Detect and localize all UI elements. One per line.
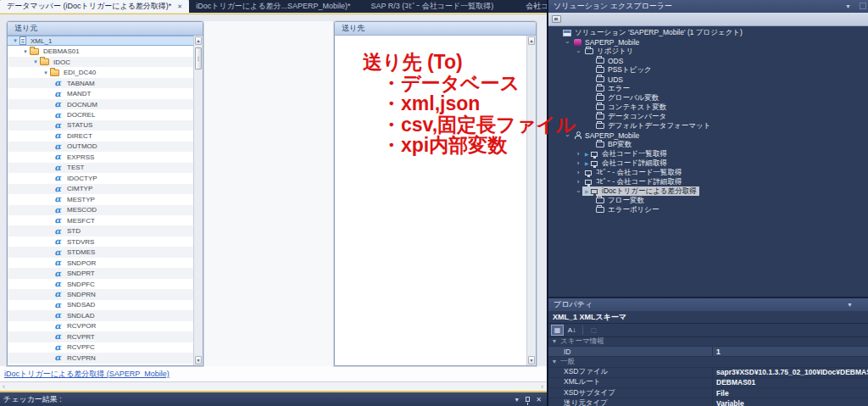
tree-item-STD[interactable]: αSTD <box>8 225 203 236</box>
solution-item-コンテキスト変数[interactable]: コンテキスト変数 <box>548 103 868 112</box>
property-value[interactable]: sapr3¥XSD¥10.1.3.75_02_100¥IDoc¥DEBMAS01… <box>712 368 868 377</box>
tab-2[interactable]: iDocトリガーによる差分...SAPERP_Mobile)* <box>189 0 357 13</box>
folder-icon <box>596 76 604 82</box>
tree-item-DOCREL[interactable]: αDOCREL <box>8 109 203 120</box>
tree-item-DIRECT[interactable]: αDIRECT <box>8 131 203 141</box>
horizontal-scrollbar[interactable]: ‹ › <box>0 381 547 391</box>
solution-item-UDS[interactable]: UDS <box>548 75 868 84</box>
tree-item-OUTMOD[interactable]: αOUTMOD <box>8 142 203 152</box>
alphabetical-sort-icon[interactable]: A↓ <box>565 325 578 336</box>
expand-arrow-icon[interactable]: › <box>574 169 582 177</box>
pin-icon[interactable] <box>526 397 530 402</box>
tree-item-RCVPRN[interactable]: αRCVPRN <box>8 353 203 363</box>
tree-item-EDI_DC40[interactable]: ▼EDI_DC40 <box>8 67 203 77</box>
tree-item-SNDPOR[interactable]: αSNDPOR <box>8 258 203 268</box>
tree-item-STDVRS[interactable]: αSTDVRS <box>8 236 203 247</box>
solution-item-エラーポリシー[interactable]: エラーポリシー <box>548 205 868 214</box>
property-row-XSDファイル[interactable]: XSDファイルsapr3¥XSD¥10.1.3.75_02_100¥IDoc¥D… <box>548 368 868 378</box>
solution-item-ODS[interactable]: ODS <box>548 56 868 65</box>
property-category-一般[interactable]: ▼一般 <box>548 357 868 367</box>
tree-item-SNDPRN[interactable]: αSNDPRN <box>8 289 203 299</box>
solution-item-iDocトリガーによる差分取得[interactable]: ›▶iDocトリガーによる差分取得 <box>548 186 868 196</box>
chevron-down-icon[interactable]: ▼ <box>845 3 851 9</box>
scroll-down-icon[interactable]: ▼ <box>195 356 202 364</box>
property-value[interactable]: 1 <box>712 347 868 356</box>
expand-arrow-icon[interactable]: › <box>574 159 582 168</box>
close-icon[interactable]: ✕ <box>177 3 182 10</box>
chevron-down-icon[interactable]: ▼ <box>847 302 853 308</box>
tree-item-MESFCT[interactable]: αMESFCT <box>8 215 203 225</box>
flow-breadcrumb-link[interactable]: iDocトリガーによる差分取得 (SAPERP_Mobile) <box>4 369 170 380</box>
expand-arrow-icon[interactable]: ▼ <box>11 38 19 43</box>
tree-item-SNDLAD[interactable]: αSNDLAD <box>8 310 203 320</box>
solution-item-SAPERP_Mobile[interactable]: ›SAPERP_Mobile <box>548 131 868 140</box>
expand-arrow-icon[interactable]: ▼ <box>31 59 40 64</box>
tree-item-SNDPFC[interactable]: αSNDPFC <box>8 279 203 289</box>
solution-item-フロー変数[interactable]: フロー変数 <box>548 196 868 205</box>
close-icon[interactable]: ✕ <box>536 396 542 403</box>
tab-overflow-icon[interactable]: ▼ <box>532 3 538 9</box>
property-row-送り元タイプ[interactable]: 送り元タイプVariable <box>548 398 868 406</box>
solution-item-デフォルトデータフォーマット[interactable]: デフォルトデータフォーマット <box>548 121 868 131</box>
property-category-スキーマ情報[interactable]: ▼スキーマ情報 <box>548 336 868 347</box>
solution-item-リポジトリ[interactable]: ›リポジトリ <box>548 47 868 56</box>
property-value[interactable]: Variable <box>712 398 868 406</box>
tree-item-IDOC[interactable]: ▼IDOC <box>8 57 203 67</box>
tree-item-IDOCTYP[interactable]: αIDOCTYP <box>8 173 203 183</box>
properties-shortcut-icon[interactable] <box>552 15 561 23</box>
tree-item-DOCNUM[interactable]: αDOCNUM <box>8 99 203 109</box>
tree-item-SNDSAD[interactable]: αSNDSAD <box>8 300 203 310</box>
tree-item-EXPRSS[interactable]: αEXPRSS <box>8 152 203 162</box>
solution-item-SAPERP_Mobile[interactable]: ›SAPERP_Mobile <box>548 37 868 47</box>
tree-item-SNDPRT[interactable]: αSNDPRT <box>8 268 203 278</box>
tree-item-TEST[interactable]: αTEST <box>8 163 203 173</box>
categorized-view-icon[interactable]: ▦ <box>551 325 564 336</box>
tree-item-MESCOD[interactable]: αMESCOD <box>8 205 203 215</box>
scroll-left-icon[interactable]: ‹ <box>3 382 5 391</box>
property-value[interactable]: File <box>712 388 868 398</box>
solution-item-エラー[interactable]: エラー <box>548 84 868 93</box>
tree-item-MANDT[interactable]: αMANDT <box>8 88 203 98</box>
property-value[interactable]: DEBMAS01 <box>712 378 868 387</box>
tree-item-STDMES[interactable]: αSTDMES <box>8 247 203 257</box>
pin-icon[interactable] <box>860 3 866 9</box>
property-row-XMLルート[interactable]: XMLルートDEBMAS01 <box>548 378 868 388</box>
tree-item-STATUS[interactable]: αSTATUS <box>8 120 203 131</box>
solution-item-会社コード一覧取得[interactable]: ›▶会社コード一覧取得 <box>548 149 868 159</box>
tree-item-CIMTYP[interactable]: αCIMTYP <box>8 184 203 194</box>
expand-arrow-icon[interactable]: ▼ <box>21 49 30 54</box>
tree-item-MESTYP[interactable]: αMESTYP <box>8 194 203 204</box>
collapse-arrow-icon[interactable]: › <box>563 38 571 47</box>
property-row-XSDサブタイプ[interactable]: XSDサブタイプFile <box>548 388 868 398</box>
expand-arrow-icon[interactable]: ▼ <box>42 70 50 75</box>
solution-item-PSSトピック[interactable]: PSSトピック <box>548 65 868 75</box>
solution-item-BP変数[interactable]: BP変数 <box>548 140 868 149</box>
chevron-down-icon[interactable]: ▼ <box>514 397 520 403</box>
tree-item-RCVPFC[interactable]: αRCVPFC <box>8 342 203 353</box>
scroll-up-icon[interactable]: ▲ <box>195 36 202 45</box>
collapse-arrow-icon[interactable]: › <box>574 187 582 196</box>
solution-item-ｺﾋﾟｰ - 会社コード詳細取得[interactable]: ›ｺﾋﾟｰ - 会社コード詳細取得 <box>548 177 868 186</box>
scroll-down-icon[interactable]: ▼ <box>528 356 535 364</box>
item-label: SAPERP_Mobile <box>585 131 639 140</box>
scroll-right-icon[interactable]: › <box>541 382 543 391</box>
tree-item-RCVPRT[interactable]: αRCVPRT <box>8 331 203 342</box>
tab-3[interactable]: SAP R/3 (ｺﾋﾟｰ 会社コード一覧取得) <box>364 0 501 13</box>
solution-item-ソリューション 'SAPERP_Mobile' (1 プロジェクト)[interactable]: ソリューション 'SAPERP_Mobile' (1 プロジェクト) <box>548 28 868 37</box>
scroll-thumb[interactable] <box>195 47 202 70</box>
solution-item-データコンバータ[interactable]: データコンバータ <box>548 112 868 121</box>
source-scrollbar[interactable]: ▲ ▼ <box>193 36 203 365</box>
collapse-arrow-icon[interactable]: ▼ <box>548 338 560 344</box>
scroll-up-icon[interactable]: ▲ <box>528 36 535 45</box>
property-row-ID[interactable]: ID1 <box>548 347 868 357</box>
expand-arrow-icon[interactable]: › <box>574 178 582 186</box>
solution-item-ｺﾋﾟｰ - 会社コード一覧取得[interactable]: ›ｺﾋﾟｰ - 会社コード一覧取得 <box>548 168 868 177</box>
tree-item-XML_1[interactable]: ▼XML_1 <box>8 36 203 46</box>
tree-item-DEBMAS01[interactable]: ▼DEBMAS01 <box>8 46 203 56</box>
collapse-arrow-icon[interactable]: ▼ <box>548 359 560 364</box>
tree-item-RCVPOR[interactable]: αRCVPOR <box>8 321 203 331</box>
tree-item-TABNAM[interactable]: αTABNAM <box>8 78 203 88</box>
tab-1[interactable]: データマッパー (iDocトリガーによる差分取得)*✕ <box>0 0 189 13</box>
solution-item-会社コード詳細取得[interactable]: ›▶会社コード詳細取得 <box>548 159 868 168</box>
solution-item-グローバル変数[interactable]: グローバル変数 <box>548 93 868 103</box>
